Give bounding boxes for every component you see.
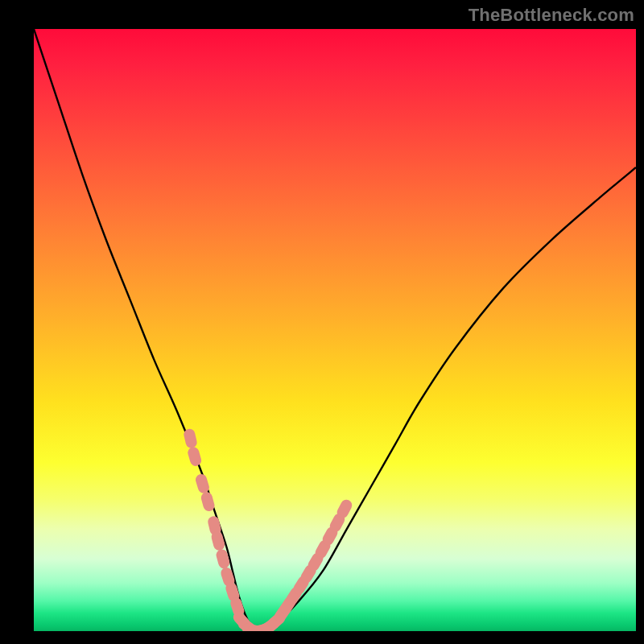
bottleneck-curve (34, 29, 636, 631)
watermark-text: TheBottleneck.com (469, 5, 634, 26)
plot-area (34, 29, 636, 631)
chart-frame: TheBottleneck.com (0, 0, 644, 644)
curve-marker (187, 446, 203, 468)
curve-layer (34, 29, 636, 631)
marker-layer (183, 427, 354, 631)
